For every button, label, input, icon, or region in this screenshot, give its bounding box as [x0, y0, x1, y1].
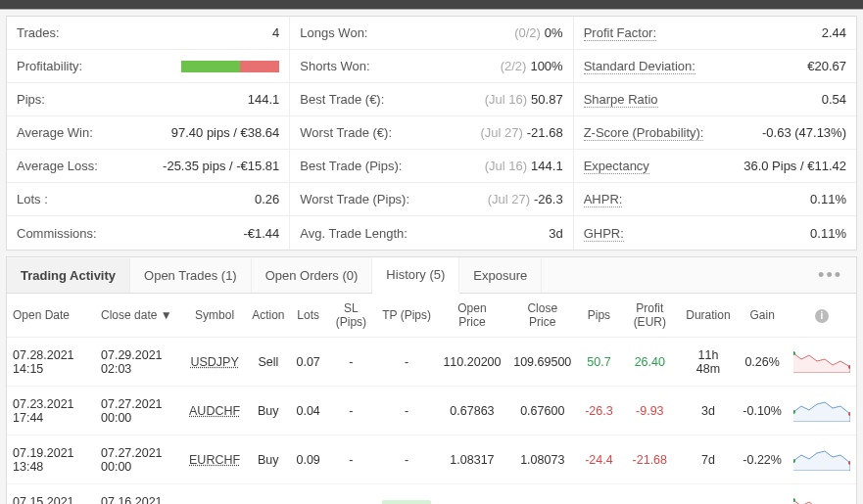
profit: -21.68: [620, 435, 679, 484]
stat-value: (Jul 16)50.87: [485, 92, 563, 107]
duration: 11h 48m: [680, 338, 738, 387]
profit: 50.87: [620, 484, 679, 505]
tab-exposure[interactable]: Exposure: [459, 258, 542, 293]
stat-value: 0.54: [822, 92, 846, 107]
trading-activity-panel: Trading Activity Open Trades (1)Open Ord…: [6, 256, 857, 504]
stat-label: Pips:: [17, 92, 45, 107]
stat-label[interactable]: Profit Factor:: [584, 25, 656, 41]
stat-label[interactable]: Standard Deviation:: [584, 59, 695, 74]
open-price: 1.08317: [437, 435, 507, 484]
symbol-link[interactable]: USDJPY: [190, 355, 238, 369]
stat-value: 0.11%: [810, 192, 846, 206]
close-date: 07.27.2021 00:00: [95, 435, 183, 484]
profitability-bar: [181, 61, 279, 72]
gain: -0.10%: [737, 387, 788, 435]
open-date: 07.19.2021 13:48: [7, 435, 95, 484]
tp: -: [376, 435, 437, 484]
pips: 50.7: [578, 338, 620, 387]
stats-panel: Trades:4Profitability:Pips:144.1Average …: [6, 16, 857, 251]
more-menu-icon[interactable]: •••: [804, 265, 856, 286]
stat-label[interactable]: Expectancy: [584, 159, 649, 174]
stat-label[interactable]: AHPR:: [584, 192, 623, 207]
stat-row: GHPR:0.11%: [574, 216, 856, 250]
stat-value: (2/2)100%: [501, 59, 563, 73]
stat-label[interactable]: Sharpe Ratio: [584, 92, 658, 108]
stat-row: Average Win:97.40 pips / €38.64: [7, 116, 289, 150]
stat-row: Best Trade (Pips):(Jul 16)144.1: [290, 150, 572, 183]
stat-label: Average Win:: [17, 125, 93, 140]
stat-label: Best Trade (Pips):: [300, 159, 402, 173]
stat-row: Pips:144.1: [7, 83, 289, 116]
open-price: 1.98196: [437, 484, 507, 505]
close-price: 1.08073: [507, 435, 578, 484]
lots: 0.07: [290, 338, 325, 387]
tp: 144.10: [376, 484, 437, 505]
duration: 1d: [680, 484, 738, 505]
stat-value: 3d: [549, 226, 562, 241]
history-table: Open DateClose date ▼SymbolActionLotsSL …: [7, 294, 856, 504]
table-row: 07.19.2021 13:4807.27.2021 00:00EURCHFBu…: [7, 435, 856, 484]
sl: -: [326, 484, 376, 505]
stat-label[interactable]: Z-Score (Probability):: [584, 125, 704, 141]
tab-open-trades-[interactable]: Open Trades (1): [130, 258, 252, 293]
symbol-link[interactable]: EURCHF: [189, 453, 240, 467]
gain: 0.51%: [737, 484, 788, 505]
sparkline-cell: [788, 435, 856, 484]
stat-row: Avg. Trade Length:3d: [290, 216, 572, 250]
stat-row: AHPR:0.11%: [574, 183, 856, 216]
open-date: 07.28.2021 14:15: [7, 338, 95, 387]
col-header[interactable]: Open Price: [437, 294, 507, 338]
col-header[interactable]: Close Price: [507, 294, 578, 338]
col-header[interactable]: TP (Pips): [376, 294, 437, 338]
stat-label: Best Trade (€):: [300, 92, 384, 107]
stats-col-3: Profit Factor:2.44Standard Deviation:€20…: [574, 17, 856, 250]
symbol: EURCHF: [183, 435, 246, 484]
open-price: 0.67863: [437, 387, 507, 435]
stat-label: Lots :: [17, 192, 48, 206]
stat-label[interactable]: GHPR:: [584, 226, 624, 242]
col-header[interactable]: Symbol: [183, 294, 246, 338]
stat-value: 0.11%: [810, 226, 846, 241]
col-header[interactable]: Lots: [290, 294, 325, 338]
stat-row: Longs Won:(0/2)0%: [290, 17, 572, 50]
col-header[interactable]: Close date ▼: [95, 294, 183, 338]
lots: 0.06: [290, 484, 325, 505]
stat-value: 2.44: [822, 25, 846, 40]
gain: 0.26%: [737, 338, 788, 387]
stat-label: Trades:: [17, 25, 60, 40]
tab-open-orders-[interactable]: Open Orders (0): [252, 258, 373, 293]
stat-value: €20.67: [807, 59, 846, 73]
lots: 0.04: [290, 387, 325, 435]
stat-row: Profitability:: [7, 50, 289, 83]
tp: -: [376, 338, 437, 387]
action: Sell: [246, 484, 290, 505]
stat-value: -€1.44: [243, 226, 279, 241]
sparkline-cell: [788, 338, 856, 387]
stat-row: Shorts Won:(2/2)100%: [290, 50, 572, 83]
tab-history-[interactable]: History (5): [372, 257, 459, 294]
info-icon[interactable]: i: [815, 309, 829, 323]
col-header[interactable]: Gain: [737, 294, 788, 338]
col-header[interactable]: Duration: [680, 294, 738, 338]
profit: 26.40: [620, 338, 679, 387]
activity-title: Trading Activity: [7, 258, 130, 293]
col-header[interactable]: SL (Pips): [326, 294, 376, 338]
action: Buy: [246, 387, 290, 435]
stat-row: Trades:4: [7, 17, 289, 50]
stat-label: Average Loss:: [17, 159, 98, 173]
stat-value: 4: [272, 25, 279, 40]
col-header[interactable]: Profit (EUR): [620, 294, 679, 338]
col-header[interactable]: Action: [246, 294, 290, 338]
open-price: 110.20200: [437, 338, 507, 387]
col-header[interactable]: Pips: [578, 294, 620, 338]
top-bar: [0, 0, 863, 10]
action: Buy: [246, 435, 290, 484]
pips: -24.4: [578, 435, 620, 484]
stat-row: Worst Trade (Pips):(Jul 27)-26.3: [290, 183, 572, 216]
col-header[interactable]: Open Date: [7, 294, 95, 338]
stat-value: -25.35 pips / -€15.81: [163, 159, 279, 173]
stat-label: Worst Trade (Pips):: [300, 192, 409, 206]
stat-row: Average Loss:-25.35 pips / -€15.81: [7, 150, 289, 183]
symbol-link[interactable]: AUDCHF: [189, 404, 240, 418]
duration: 3d: [680, 387, 738, 435]
